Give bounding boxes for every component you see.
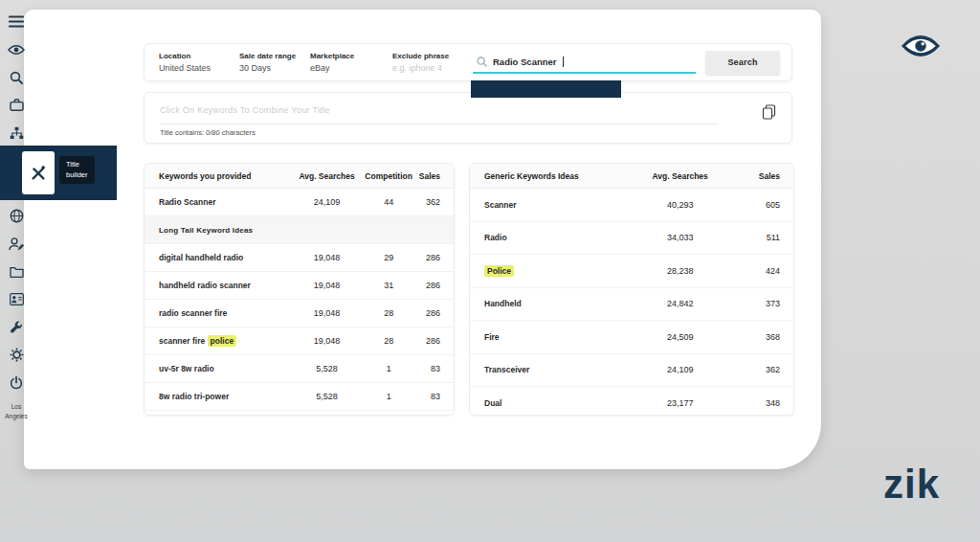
sidebar-item-globe[interactable] [0, 202, 33, 230]
value-cell: 83 [416, 392, 454, 401]
value-cell: 83 [416, 364, 454, 373]
zik-title-builder-page: Los Angeles Title builder Location Unite… [0, 0, 980, 542]
keyword-text: handheld radio scanner [159, 281, 251, 290]
keyword-cell[interactable]: scanner fire police [145, 336, 293, 346]
value-cell: 1 [361, 364, 416, 373]
highlighted-keyword: police [208, 335, 237, 347]
tooltip-line1: Title [66, 160, 88, 170]
keyword-text: Scanner [484, 200, 517, 210]
exclude-phrase-label: Exclude phrase [392, 52, 473, 60]
sidebar: Los Angeles [0, 8, 33, 421]
keyword-text: digital handheld radio [159, 253, 243, 262]
sidebar-item-settings[interactable] [0, 341, 33, 369]
value-cell: 28 [361, 308, 416, 318]
table-row: Radio Scanner24,10944362 [145, 189, 454, 216]
value-cell: 286 [416, 281, 454, 290]
value-cell: 424 [728, 266, 793, 276]
date-range-filter[interactable]: Sale date range 30 Days [239, 44, 310, 80]
column-header: Competition [361, 171, 416, 181]
search-dropdown-block [471, 80, 621, 98]
value-cell: 362 [416, 197, 454, 207]
keyword-text: Radio [484, 233, 507, 242]
keyword-text: Transceiver [484, 365, 529, 374]
value-cell: 28 [361, 336, 416, 346]
table-row: Police28,238424 [470, 255, 793, 288]
value-cell: 5,528 [293, 364, 361, 373]
location-label: Location [159, 52, 239, 60]
user-card-icon [10, 293, 24, 305]
sidebar-item-user-card[interactable] [0, 285, 33, 313]
title-builder-card: Click On Keywords To Combine Your Title … [144, 92, 792, 144]
table-row: Transceiver24,109362 [470, 354, 793, 388]
table-row: Handheld24,842373 [470, 288, 793, 322]
user-edit-icon [9, 237, 24, 251]
exclude-phrase-field[interactable]: Exclude phrase e.g. iphone 4 [392, 44, 473, 80]
title-combine-input[interactable]: Click On Keywords To Combine Your Title [160, 105, 719, 124]
wrench-icon [10, 321, 23, 334]
marketplace-filter[interactable]: Marketplace eBay [310, 44, 392, 80]
table-row: scanner fire police19,04828286 [145, 327, 454, 355]
table-row: uv-5r 8w radio5,528183 [145, 355, 454, 383]
keyword-text: radio scanner fire [159, 308, 227, 318]
table-row: handheld radio scanner19,04831286 [145, 272, 454, 300]
value-cell: 368 [728, 332, 793, 342]
column-header: Avg. Searches [293, 171, 361, 181]
column-header: Sales [728, 171, 793, 181]
menu-icon [9, 15, 24, 28]
keyword-cell[interactable]: Scanner [470, 200, 632, 210]
keyword-search-input[interactable]: Radio Scanner [473, 51, 696, 74]
keyword-cell[interactable]: 8w radio tri-power [145, 392, 293, 401]
keyword-cell[interactable]: Radio [470, 233, 632, 242]
exclude-phrase-placeholder: e.g. iphone 4 [392, 63, 473, 73]
sidebar-item-eye[interactable] [0, 35, 33, 63]
highlighted-keyword: Police [484, 265, 514, 277]
location-value: United States [159, 63, 239, 73]
sidebar-item-user-edit[interactable] [0, 230, 33, 258]
keyword-cell[interactable]: Dual [470, 398, 632, 408]
column-header: Generic Keywords Ideas [470, 171, 632, 181]
keyword-cell[interactable]: Radio Scanner [145, 197, 293, 207]
sidebar-item-title-builder[interactable] [22, 151, 55, 194]
table-header-row: Generic Keywords IdeasAvg. SearchesSales [470, 164, 793, 189]
keyword-text: scanner fire [159, 336, 208, 346]
value-cell: 31 [361, 281, 416, 290]
value-cell: 19,048 [293, 308, 361, 318]
sidebar-item-folder[interactable] [0, 258, 33, 285]
date-range-label: Sale date range [239, 52, 310, 60]
location-filter[interactable]: Location United States [159, 44, 239, 80]
keyword-cell[interactable]: Police [470, 266, 632, 276]
value-cell: 286 [416, 336, 454, 346]
marketplace-value: eBay [310, 63, 392, 73]
sidebar-item-search[interactable] [0, 63, 33, 91]
keyword-cell[interactable]: Handheld [470, 299, 632, 308]
tooltip-line2: builder [66, 170, 88, 181]
value-cell: 19,048 [293, 336, 361, 346]
column-header: Sales [416, 171, 454, 181]
keyword-text: Handheld [484, 299, 522, 308]
sidebar-item-wrench[interactable] [0, 313, 33, 341]
title-builder-tooltip: Title builder [59, 156, 95, 184]
search-icon [10, 71, 23, 84]
search-button[interactable]: Search [705, 51, 780, 75]
sidebar-item-network[interactable] [0, 119, 33, 147]
value-cell: 24,509 [632, 332, 728, 342]
keyword-cell[interactable]: radio scanner fire [145, 308, 293, 318]
marketplace-label: Marketplace [310, 52, 392, 60]
keyword-cell[interactable]: Fire [470, 332, 632, 342]
text-caret [563, 56, 564, 67]
table-row: Radio34,033511 [470, 222, 793, 256]
keyword-cell[interactable]: digital handheld radio [145, 253, 293, 262]
sidebar-item-menu[interactable] [0, 8, 33, 35]
keyword-text: Radio Scanner [159, 197, 216, 207]
value-cell: 5,528 [293, 392, 361, 401]
keyword-cell[interactable]: handheld radio scanner [145, 281, 293, 290]
copy-title-button[interactable] [762, 104, 776, 124]
keyword-cell[interactable]: uv-5r 8w radio [145, 364, 293, 373]
network-icon [10, 126, 24, 140]
table-row: Dual23,177348 [470, 387, 793, 416]
sidebar-item-briefcase[interactable] [0, 91, 33, 119]
value-cell: 19,048 [293, 281, 361, 290]
keyword-cell[interactable]: Transceiver [470, 365, 632, 374]
generic-keywords-table: Generic Keywords IdeasAvg. SearchesSales… [469, 163, 794, 416]
sidebar-item-logout[interactable] [0, 369, 33, 396]
